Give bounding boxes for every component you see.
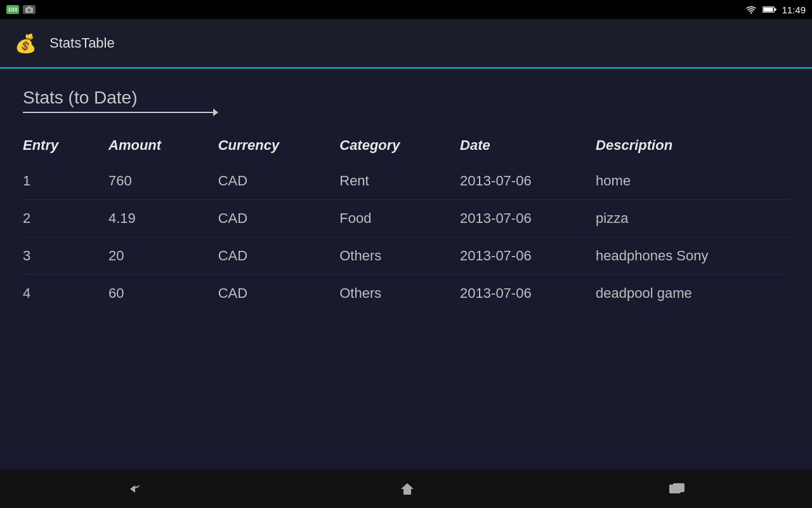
cell-currency: CAD <box>218 237 340 275</box>
cell-currency: CAD <box>218 200 340 237</box>
nav-bar <box>0 470 812 508</box>
cell-amount: 760 <box>108 163 218 200</box>
battery-icon <box>763 6 776 13</box>
svg-rect-6 <box>403 489 411 495</box>
svg-point-1 <box>28 9 30 11</box>
col-header-date: Date <box>460 131 596 163</box>
cell-description: headphones Sony <box>596 237 789 275</box>
cell-amount: 4.19 <box>108 200 218 237</box>
cell-amount: 20 <box>108 237 218 275</box>
cell-description: home <box>596 163 789 200</box>
wifi-icon <box>745 5 757 14</box>
svg-rect-2 <box>27 6 31 8</box>
cell-entry: 3 <box>23 237 108 275</box>
col-header-amount: Amount <box>108 131 218 163</box>
app-title: StatsTable <box>49 35 115 51</box>
stats-table: Entry Amount Currency Category Date Desc… <box>23 131 789 312</box>
title-underline <box>23 112 213 113</box>
cell-date: 2013-07-06 <box>460 200 596 237</box>
col-header-category: Category <box>339 131 460 163</box>
recents-button[interactable] <box>668 482 686 496</box>
time-display: 11:49 <box>782 4 806 15</box>
cell-description: deadpool game <box>596 275 789 312</box>
cell-category: Others <box>339 275 460 312</box>
main-content: Stats (to Date) Entry Amount Currency Ca… <box>0 69 812 312</box>
col-header-currency: Currency <box>218 131 340 163</box>
col-header-description: Description <box>596 131 789 163</box>
cell-category: Others <box>339 237 460 275</box>
back-button[interactable] <box>126 481 147 497</box>
battery-status-icon: 100 <box>6 5 19 14</box>
col-header-entry: Entry <box>23 131 108 163</box>
cell-date: 2013-07-06 <box>460 275 596 312</box>
svg-rect-8 <box>673 483 684 492</box>
status-left-icons: 100 <box>6 5 36 14</box>
cell-description: pizza <box>596 200 789 237</box>
svg-rect-5 <box>775 8 776 10</box>
app-icon: 💰 <box>10 28 41 58</box>
cell-entry: 4 <box>23 275 108 312</box>
cell-currency: CAD <box>218 275 340 312</box>
status-right-icons: 11:49 <box>745 4 806 15</box>
cell-amount: 60 <box>108 275 218 312</box>
photo-icon <box>23 5 36 14</box>
table-row: 320CADOthers2013-07-06headphones Sony <box>23 237 789 275</box>
table-row: 1760CADRent2013-07-06home <box>23 163 789 200</box>
cell-date: 2013-07-06 <box>460 163 596 200</box>
cell-category: Rent <box>339 163 460 200</box>
table-header-row: Entry Amount Currency Category Date Desc… <box>23 131 789 163</box>
table-row: 460CADOthers2013-07-06deadpool game <box>23 275 789 312</box>
cell-entry: 1 <box>23 163 108 200</box>
svg-rect-4 <box>764 8 773 11</box>
page-title: Stats (to Date) <box>23 88 789 108</box>
status-bar: 100 11:49 <box>0 0 812 19</box>
cell-date: 2013-07-06 <box>460 237 596 275</box>
home-button[interactable] <box>398 480 416 498</box>
table-body: 1760CADRent2013-07-06home24.19CADFood201… <box>23 163 789 312</box>
app-bar: 💰 StatsTable <box>0 19 812 69</box>
cell-entry: 2 <box>23 200 108 237</box>
cell-category: Food <box>339 200 460 237</box>
table-row: 24.19CADFood2013-07-06pizza <box>23 200 789 237</box>
cell-currency: CAD <box>218 163 340 200</box>
